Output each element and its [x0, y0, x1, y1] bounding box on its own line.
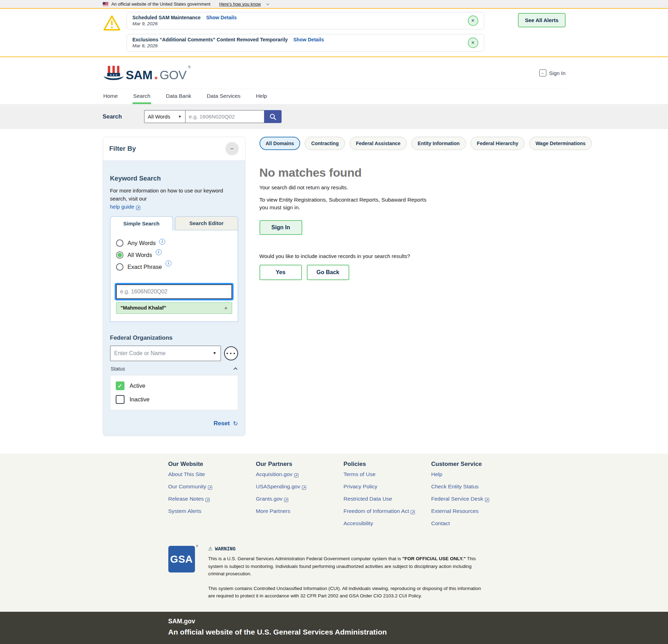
page-footer: Our Website About This Site Our Communit… [0, 454, 668, 612]
checkbox-inactive-label: Inactive [130, 396, 150, 403]
external-link-icon: ↗ [411, 510, 415, 514]
footer-link-release-notes[interactable]: Release Notes [168, 496, 204, 502]
status-card: ✓ Active Inactive [110, 375, 238, 410]
see-all-alerts-button[interactable]: See All Alerts [518, 13, 566, 27]
refresh-icon: ↻ [233, 420, 238, 427]
help-guide-link[interactable]: help guide [110, 204, 134, 210]
checkbox-row-active[interactable]: ✓ Active [116, 381, 232, 390]
keyword-search-input[interactable] [116, 284, 232, 299]
checkbox-active-label: Active [130, 382, 146, 389]
footer-link-foia[interactable]: Freedom of Information Act [344, 508, 409, 514]
sign-in-label: Sign In [549, 70, 566, 76]
status-accordion-toggle[interactable]: Status [110, 366, 238, 372]
external-link-icon: ↗ [485, 498, 489, 502]
yes-button[interactable]: Yes [259, 265, 302, 280]
collapse-filter-button[interactable]: − [225, 142, 239, 155]
chevron-down-icon [266, 2, 269, 5]
nav-item-help[interactable]: Help [255, 89, 268, 104]
identifier-footer: SAM.gov An official website of the U.S. … [0, 612, 668, 644]
footer-link-acquisition-gov[interactable]: Acquisition.gov [256, 471, 292, 477]
radio-exact-phrase[interactable] [116, 263, 123, 271]
footer-link-usaspending-gov[interactable]: USASpending.gov [256, 483, 301, 489]
search-mode-select[interactable]: All Words ▼ [144, 110, 185, 123]
alert-item: Exclusions “Additional Comments” Content… [127, 34, 484, 52]
external-link-icon: ↗ [136, 206, 140, 210]
external-link-icon: ↗ [208, 486, 212, 490]
footer-link-terms-of-use[interactable]: Terms of Use [344, 471, 376, 477]
footer-column-our-partners: Our Partners Acquisition.gov↗ USASpendin… [256, 461, 344, 533]
info-icon[interactable]: i [159, 239, 165, 245]
results-panel: All Domains Contracting Federal Assistan… [259, 137, 592, 436]
header-sign-in-link[interactable]: ← Sign In [539, 69, 566, 76]
footer-link-contact[interactable]: Contact [431, 520, 450, 526]
keyword-search-heading: Keyword Search [110, 175, 238, 182]
logo-registered-mark: ® [188, 65, 191, 69]
footer-link-more-partners[interactable]: More Partners [256, 508, 290, 514]
logo-text-gov: GOV [160, 69, 186, 81]
footer-link-system-alerts[interactable]: System Alerts [168, 508, 202, 514]
external-link-icon: ↗ [205, 498, 210, 502]
domain-pill-all-domains[interactable]: All Domains [259, 137, 301, 150]
info-icon[interactable]: i [156, 249, 162, 255]
external-link-icon: ↗ [294, 473, 298, 477]
footer-link-check-entity-status[interactable]: Check Entity Status [431, 483, 479, 489]
checkbox-row-inactive[interactable]: Inactive [116, 395, 232, 404]
alert-show-details-link[interactable]: Show Details [206, 15, 237, 20]
filter-panel-title: Filter By [109, 145, 136, 152]
federal-org-more-button[interactable]: ● ● ● [224, 346, 238, 360]
alert-show-details-link[interactable]: Show Details [293, 37, 324, 42]
footer-link-restricted-data-use[interactable]: Restricted Data Use [344, 496, 392, 502]
footer-column-customer-service: Customer Service Help Check Entity Statu… [431, 461, 519, 533]
how-you-know-link[interactable]: Here’s how you know [219, 2, 261, 7]
footer-link-about-this-site[interactable]: About This Site [168, 471, 205, 477]
domain-pill-wage-determinations[interactable]: Wage Determinations [529, 137, 592, 150]
tab-search-editor[interactable]: Search Editor [175, 216, 238, 230]
footer-link-grants-gov[interactable]: Grants.gov [256, 496, 283, 502]
info-icon[interactable]: i [166, 260, 171, 266]
radio-any-words-label: Any Words [128, 240, 156, 246]
nav-item-search[interactable]: Search [133, 89, 151, 104]
no-results-text: Your search did not return any results. [259, 184, 592, 190]
search-submit-button[interactable] [264, 110, 282, 123]
gsa-logo: GSA [168, 546, 195, 572]
footer-link-accessibility[interactable]: Accessibility [344, 520, 373, 526]
no-matches-heading: No matches found [259, 166, 592, 179]
footer-link-privacy-policy[interactable]: Privacy Policy [344, 483, 377, 489]
gsa-registered-mark: ® [196, 544, 198, 548]
footer-link-federal-service-desk[interactable]: Federal Service Desk [431, 496, 483, 502]
warning-paragraph-1: This is a U.S. General Services Administ… [208, 555, 489, 578]
caret-down-icon: ▼ [178, 115, 182, 118]
sign-in-required-text: To view Entity Registrations, Subcontrac… [259, 196, 437, 212]
nav-item-home[interactable]: Home [103, 89, 119, 104]
alert-close-icon[interactable]: × [468, 15, 478, 26]
footer-column-our-website: Our Website About This Site Our Communit… [168, 461, 256, 533]
sam-gov-logo[interactable]: ★ ★ ★ SAM ★ GOV ® [103, 65, 191, 81]
footer-link-external-resources[interactable]: External Resources [431, 508, 479, 514]
radio-any-words[interactable] [116, 239, 123, 247]
domain-pill-federal-hierarchy[interactable]: Federal Hierarchy [471, 137, 525, 150]
go-back-button[interactable]: Go Back [307, 265, 349, 280]
external-link-icon: ↗ [284, 498, 288, 502]
radio-exact-phrase-label: Exact Phrase [128, 264, 162, 270]
domain-pill-contracting[interactable]: Contracting [305, 137, 345, 150]
checkbox-active-checked-icon[interactable]: ✓ [116, 381, 124, 390]
footer-link-our-community[interactable]: Our Community [168, 483, 207, 489]
domain-pill-federal-assistance[interactable]: Federal Assistance [350, 137, 407, 150]
checkbox-inactive-unchecked-icon[interactable] [116, 395, 124, 404]
chip-remove-icon[interactable]: × [224, 305, 228, 311]
search-band: Search All Words ▼ [0, 104, 668, 129]
nav-item-data-services[interactable]: Data Services [206, 89, 241, 104]
reset-filters-link[interactable]: Reset [214, 420, 230, 427]
sign-in-button[interactable]: Sign In [259, 220, 302, 235]
footer-link-help[interactable]: Help [431, 471, 443, 477]
domain-pill-entity-information[interactable]: Entity Information [411, 137, 466, 150]
global-search-input[interactable] [185, 110, 264, 123]
include-inactive-question: Would you like to include inactive recor… [259, 253, 592, 259]
gov-banner-text: An official website of the United States… [112, 2, 211, 7]
alert-close-icon[interactable]: × [468, 38, 478, 48]
tab-simple-search[interactable]: Simple Search [110, 216, 173, 230]
alert-item: Scheduled SAM Maintenance Show Details M… [127, 12, 484, 29]
nav-item-data-bank[interactable]: Data Bank [165, 89, 192, 104]
radio-all-words[interactable] [116, 251, 123, 259]
federal-org-combo-input[interactable] [110, 346, 221, 361]
